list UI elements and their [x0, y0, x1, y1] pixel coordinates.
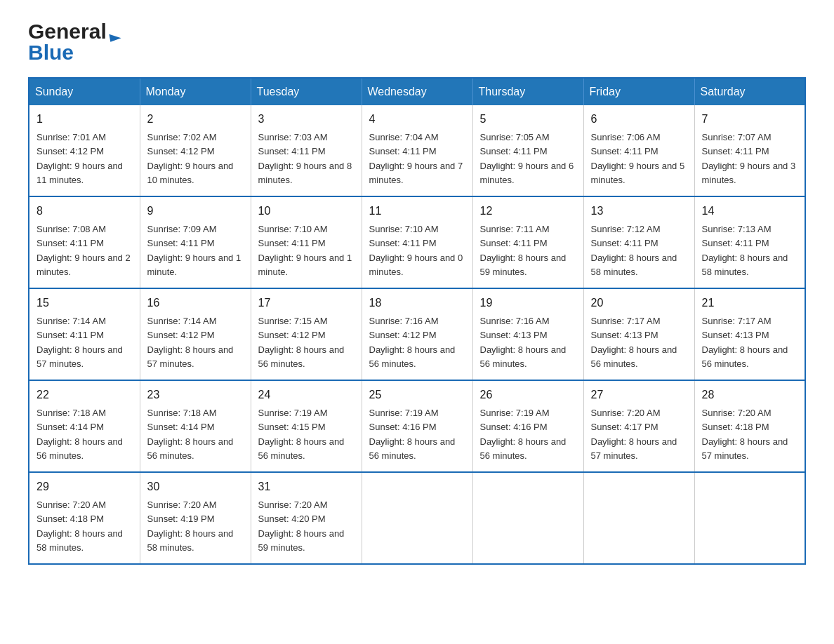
calendar-week-5: 29Sunrise: 7:20 AMSunset: 4:18 PMDayligh…: [29, 472, 805, 564]
day-info: Sunrise: 7:14 AMSunset: 4:11 PMDaylight:…: [37, 316, 123, 369]
calendar-cell: 11Sunrise: 7:10 AMSunset: 4:11 PMDayligh…: [362, 196, 472, 288]
calendar-cell: 15Sunrise: 7:14 AMSunset: 4:11 PMDayligh…: [29, 288, 140, 380]
day-info: Sunrise: 7:03 AMSunset: 4:11 PMDaylight:…: [258, 132, 352, 185]
calendar-cell: 14Sunrise: 7:13 AMSunset: 4:11 PMDayligh…: [694, 196, 805, 288]
dow-header-thursday: Thursday: [472, 78, 583, 105]
calendar-body: 1Sunrise: 7:01 AMSunset: 4:12 PMDaylight…: [29, 105, 805, 564]
day-info: Sunrise: 7:19 AMSunset: 4:15 PMDaylight:…: [258, 408, 345, 461]
day-info: Sunrise: 7:20 AMSunset: 4:18 PMDaylight:…: [702, 408, 788, 461]
day-number: 3: [258, 111, 355, 128]
day-info: Sunrise: 7:16 AMSunset: 4:12 PMDaylight:…: [369, 316, 456, 369]
calendar-cell: 12Sunrise: 7:11 AMSunset: 4:11 PMDayligh…: [472, 196, 583, 288]
day-info: Sunrise: 7:06 AMSunset: 4:11 PMDaylight:…: [591, 132, 685, 185]
logo-general: General: [28, 21, 121, 42]
day-info: Sunrise: 7:10 AMSunset: 4:11 PMDaylight:…: [369, 224, 463, 277]
day-number: 1: [37, 111, 133, 128]
calendar-cell: [362, 472, 472, 564]
day-number: 16: [147, 295, 244, 311]
calendar-cell: 29Sunrise: 7:20 AMSunset: 4:18 PMDayligh…: [29, 472, 140, 564]
calendar-cell: 28Sunrise: 7:20 AMSunset: 4:18 PMDayligh…: [694, 380, 805, 472]
day-number: 7: [702, 111, 798, 128]
day-info: Sunrise: 7:01 AMSunset: 4:12 PMDaylight:…: [37, 132, 123, 185]
calendar-cell: 21Sunrise: 7:17 AMSunset: 4:13 PMDayligh…: [694, 288, 805, 380]
day-info: Sunrise: 7:09 AMSunset: 4:11 PMDaylight:…: [147, 224, 241, 277]
calendar-cell: 10Sunrise: 7:10 AMSunset: 4:11 PMDayligh…: [251, 196, 362, 288]
day-info: Sunrise: 7:16 AMSunset: 4:13 PMDaylight:…: [480, 316, 567, 369]
dow-header-friday: Friday: [583, 78, 694, 105]
calendar-cell: 1Sunrise: 7:01 AMSunset: 4:12 PMDaylight…: [29, 105, 140, 196]
day-number: 17: [258, 295, 355, 311]
day-info: Sunrise: 7:19 AMSunset: 4:16 PMDaylight:…: [369, 408, 456, 461]
page-header: General Blue: [28, 21, 806, 63]
day-number: 23: [147, 387, 244, 403]
day-info: Sunrise: 7:02 AMSunset: 4:12 PMDaylight:…: [147, 132, 234, 185]
day-info: Sunrise: 7:18 AMSunset: 4:14 PMDaylight:…: [37, 408, 123, 461]
day-number: 21: [702, 295, 798, 311]
day-number: 15: [37, 295, 133, 311]
calendar-cell: 26Sunrise: 7:19 AMSunset: 4:16 PMDayligh…: [472, 380, 583, 472]
calendar-cell: 23Sunrise: 7:18 AMSunset: 4:14 PMDayligh…: [140, 380, 251, 472]
day-number: 24: [258, 387, 355, 403]
day-number: 25: [369, 387, 465, 403]
day-number: 31: [258, 478, 355, 495]
day-info: Sunrise: 7:15 AMSunset: 4:12 PMDaylight:…: [258, 316, 345, 369]
day-number: 10: [258, 203, 355, 220]
calendar-week-1: 1Sunrise: 7:01 AMSunset: 4:12 PMDaylight…: [29, 105, 805, 196]
day-info: Sunrise: 7:17 AMSunset: 4:13 PMDaylight:…: [702, 316, 788, 369]
day-number: 5: [480, 111, 576, 128]
calendar-cell: 9Sunrise: 7:09 AMSunset: 4:11 PMDaylight…: [140, 196, 251, 288]
day-number: 30: [147, 478, 244, 495]
day-number: 11: [369, 203, 465, 220]
day-info: Sunrise: 7:18 AMSunset: 4:14 PMDaylight:…: [147, 408, 234, 461]
calendar-header: SundayMondayTuesdayWednesdayThursdayFrid…: [29, 78, 805, 105]
day-info: Sunrise: 7:20 AMSunset: 4:17 PMDaylight:…: [591, 408, 677, 461]
calendar-cell: 27Sunrise: 7:20 AMSunset: 4:17 PMDayligh…: [583, 380, 694, 472]
day-number: 2: [147, 111, 244, 128]
day-info: Sunrise: 7:07 AMSunset: 4:11 PMDaylight:…: [702, 132, 796, 185]
day-number: 19: [480, 295, 576, 311]
calendar-cell: 5Sunrise: 7:05 AMSunset: 4:11 PMDaylight…: [472, 105, 583, 196]
calendar-cell: 20Sunrise: 7:17 AMSunset: 4:13 PMDayligh…: [583, 288, 694, 380]
calendar-cell: [472, 472, 583, 564]
calendar-cell: [583, 472, 694, 564]
calendar-week-3: 15Sunrise: 7:14 AMSunset: 4:11 PMDayligh…: [29, 288, 805, 380]
calendar-cell: 3Sunrise: 7:03 AMSunset: 4:11 PMDaylight…: [251, 105, 362, 196]
dow-header-saturday: Saturday: [694, 78, 805, 105]
day-number: 8: [37, 203, 133, 220]
calendar-cell: 16Sunrise: 7:14 AMSunset: 4:12 PMDayligh…: [140, 288, 251, 380]
calendar-cell: 2Sunrise: 7:02 AMSunset: 4:12 PMDaylight…: [140, 105, 251, 196]
day-number: 12: [480, 203, 576, 220]
day-info: Sunrise: 7:20 AMSunset: 4:20 PMDaylight:…: [258, 499, 345, 553]
day-info: Sunrise: 7:20 AMSunset: 4:19 PMDaylight:…: [147, 499, 234, 553]
day-number: 14: [702, 203, 798, 220]
dow-header-wednesday: Wednesday: [362, 78, 472, 105]
day-number: 13: [591, 203, 687, 220]
calendar-cell: 25Sunrise: 7:19 AMSunset: 4:16 PMDayligh…: [362, 380, 472, 472]
day-info: Sunrise: 7:19 AMSunset: 4:16 PMDaylight:…: [480, 408, 567, 461]
dow-header-monday: Monday: [140, 78, 251, 105]
calendar-cell: 22Sunrise: 7:18 AMSunset: 4:14 PMDayligh…: [29, 380, 140, 472]
calendar-week-4: 22Sunrise: 7:18 AMSunset: 4:14 PMDayligh…: [29, 380, 805, 472]
calendar-cell: 6Sunrise: 7:06 AMSunset: 4:11 PMDaylight…: [583, 105, 694, 196]
calendar-cell: 17Sunrise: 7:15 AMSunset: 4:12 PMDayligh…: [251, 288, 362, 380]
logo-blue: Blue: [28, 42, 74, 63]
calendar-cell: [694, 472, 805, 564]
calendar-cell: 19Sunrise: 7:16 AMSunset: 4:13 PMDayligh…: [472, 288, 583, 380]
calendar-cell: 30Sunrise: 7:20 AMSunset: 4:19 PMDayligh…: [140, 472, 251, 564]
day-info: Sunrise: 7:13 AMSunset: 4:11 PMDaylight:…: [702, 224, 788, 277]
day-number: 26: [480, 387, 576, 403]
day-number: 20: [591, 295, 687, 311]
day-info: Sunrise: 7:17 AMSunset: 4:13 PMDaylight:…: [591, 316, 677, 369]
day-info: Sunrise: 7:08 AMSunset: 4:11 PMDaylight:…: [37, 224, 131, 277]
dow-header-tuesday: Tuesday: [251, 78, 362, 105]
day-number: 4: [369, 111, 465, 128]
calendar-cell: 7Sunrise: 7:07 AMSunset: 4:11 PMDaylight…: [694, 105, 805, 196]
day-info: Sunrise: 7:20 AMSunset: 4:18 PMDaylight:…: [37, 499, 123, 553]
calendar-cell: 31Sunrise: 7:20 AMSunset: 4:20 PMDayligh…: [251, 472, 362, 564]
calendar-cell: 18Sunrise: 7:16 AMSunset: 4:12 PMDayligh…: [362, 288, 472, 380]
day-info: Sunrise: 7:14 AMSunset: 4:12 PMDaylight:…: [147, 316, 234, 369]
day-info: Sunrise: 7:11 AMSunset: 4:11 PMDaylight:…: [480, 224, 567, 277]
day-number: 29: [37, 478, 133, 495]
day-number: 27: [591, 387, 687, 403]
day-number: 18: [369, 295, 465, 311]
